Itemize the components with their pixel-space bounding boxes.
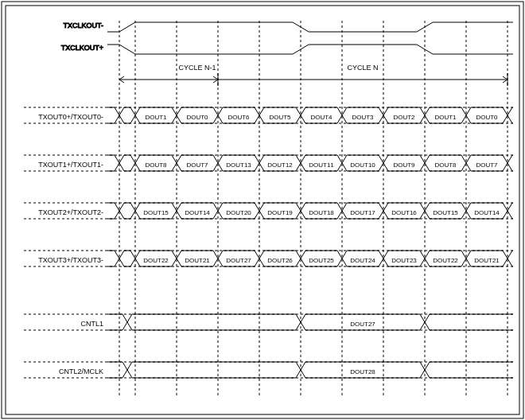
bit-label: DOUT1 bbox=[434, 114, 457, 121]
data-row-txout2: TXOUT2+/TXOUT2-DOUT15DOUT14DOUT20DOUT19D… bbox=[24, 203, 515, 219]
bit-label: DOUT21 bbox=[474, 257, 500, 264]
bit-label: DOUT16 bbox=[391, 209, 417, 216]
bit-label: DOUT21 bbox=[185, 257, 210, 264]
bit-label: DOUT27 bbox=[350, 321, 375, 328]
label-txout2: TXOUT2+/TXOUT2- bbox=[38, 208, 103, 216]
row-cntl2: CNTL2/MCLKDOUT28 bbox=[24, 362, 515, 378]
label-cntl1: CNTL1 bbox=[80, 320, 103, 328]
cycle-markers: CYCLE N-1 CYCLE N bbox=[119, 64, 508, 86]
label-clk-pos: TXCLKOUT+ bbox=[61, 44, 103, 52]
bit-label: DOUT8 bbox=[434, 161, 457, 169]
bit-label: DOUT19 bbox=[267, 209, 293, 216]
bit-label: DOUT1 bbox=[145, 114, 167, 121]
bit-label: DOUT7 bbox=[186, 161, 208, 169]
bit-label: DOUT23 bbox=[391, 257, 417, 264]
label-clk-neg: TXCLKOUT- bbox=[63, 21, 103, 29]
bit-label: DOUT4 bbox=[310, 114, 332, 121]
cycle-curr-label: CYCLE N bbox=[347, 64, 378, 72]
data-row-txout1: TXOUT1+/TXOUT1-DOUT8DOUT7DOUT13DOUT12DOU… bbox=[24, 155, 515, 171]
bit-label: DOUT26 bbox=[267, 257, 293, 264]
bit-label: DOUT2 bbox=[393, 114, 415, 121]
bit-label: DOUT11 bbox=[309, 161, 334, 169]
label-cntl2: CNTL2/MCLK bbox=[59, 368, 103, 375]
bit-label: DOUT9 bbox=[393, 161, 415, 169]
label-txout1: TXOUT1+/TXOUT1- bbox=[38, 161, 103, 169]
timing-diagram: TXCLKOUT- TXCLKOUT+ CYCLE N-1 CYCLE N TX… bbox=[0, 0, 525, 420]
txclkout-neg: TXCLKOUT- bbox=[63, 21, 513, 32]
bit-label: DOUT14 bbox=[185, 209, 210, 216]
bit-label: DOUT8 bbox=[145, 161, 167, 169]
label-txout0: TXOUT0+/TXOUT0- bbox=[38, 113, 103, 121]
bit-label: DOUT22 bbox=[433, 257, 458, 264]
bit-label: DOUT7 bbox=[476, 161, 498, 169]
bit-label: DOUT24 bbox=[350, 257, 375, 264]
bit-label: DOUT0 bbox=[186, 114, 208, 121]
bit-label: DOUT28 bbox=[350, 368, 375, 375]
bit-label: DOUT27 bbox=[226, 257, 251, 264]
bit-label: DOUT15 bbox=[433, 209, 458, 216]
bit-label: DOUT22 bbox=[143, 257, 169, 264]
bit-label: DOUT5 bbox=[269, 114, 291, 121]
bit-label: DOUT13 bbox=[226, 161, 251, 169]
bit-label: DOUT0 bbox=[476, 114, 498, 121]
bit-label: DOUT20 bbox=[226, 209, 251, 216]
bit-label: DOUT10 bbox=[350, 161, 375, 169]
txclkout-pos: TXCLKOUT+ bbox=[61, 44, 513, 54]
bit-label: DOUT25 bbox=[309, 257, 334, 264]
bit-label: DOUT14 bbox=[474, 209, 500, 216]
data-row-txout0: TXOUT0+/TXOUT0-DOUT1DOUT0DOUT6DOUT5DOUT4… bbox=[24, 107, 515, 123]
label-txout3: TXOUT3+/TXOUT3- bbox=[38, 256, 103, 264]
bit-label: DOUT17 bbox=[350, 209, 375, 216]
data-row-txout3: TXOUT3+/TXOUT3-DOUT22DOUT21DOUT27DOUT26D… bbox=[24, 251, 515, 266]
bit-label: DOUT15 bbox=[143, 209, 169, 216]
bit-label: DOUT18 bbox=[309, 209, 334, 216]
row-cntl1: CNTL1DOUT27 bbox=[24, 314, 515, 330]
cycle-prev-label: CYCLE N-1 bbox=[178, 64, 216, 72]
bit-label: DOUT6 bbox=[228, 114, 250, 121]
bit-label: DOUT3 bbox=[352, 114, 374, 121]
bit-label: DOUT12 bbox=[267, 161, 293, 169]
